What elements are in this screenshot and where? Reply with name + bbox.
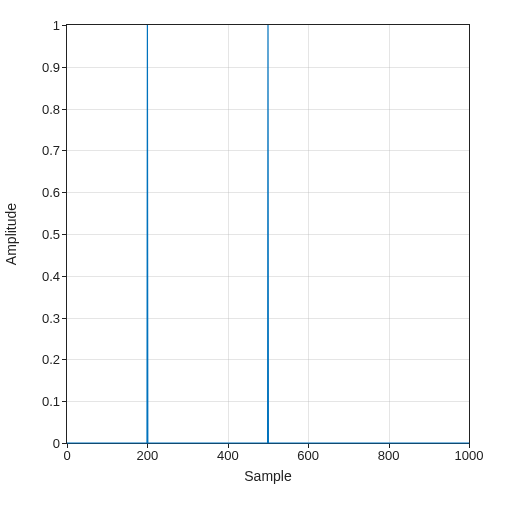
x-tick-label: 200: [137, 448, 159, 463]
y-tick-label: 0.5: [10, 227, 60, 242]
x-tick-label: 400: [217, 448, 239, 463]
y-tick: [62, 443, 67, 444]
x-tick-label: 0: [63, 448, 70, 463]
y-tick-label: 0.4: [10, 268, 60, 283]
x-axis-label: Sample: [66, 468, 470, 484]
y-tick-label: 0.3: [10, 310, 60, 325]
figure: Sample Amplitude 0200400600800100000.10.…: [0, 0, 512, 512]
x-tick-label: 800: [378, 448, 400, 463]
y-tick-label: 0.2: [10, 352, 60, 367]
y-tick-label: 0: [10, 436, 60, 451]
axes: [66, 24, 470, 444]
y-tick-label: 0.6: [10, 185, 60, 200]
y-tick-label: 0.7: [10, 143, 60, 158]
series-line: [67, 25, 469, 443]
x-tick-label: 1000: [455, 448, 484, 463]
y-tick-label: 0.9: [10, 59, 60, 74]
y-tick-label: 1: [10, 18, 60, 33]
x-tick-label: 600: [297, 448, 319, 463]
y-tick-label: 0.1: [10, 394, 60, 409]
y-tick-label: 0.8: [10, 101, 60, 116]
plot-line: [67, 25, 469, 443]
